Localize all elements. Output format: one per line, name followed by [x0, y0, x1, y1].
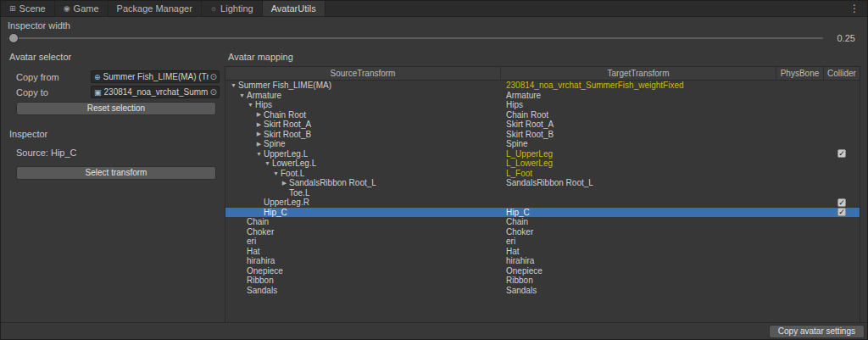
target-transform-field[interactable]: Ribbon	[501, 276, 776, 285]
select-transform-button[interactable]: Select transform	[16, 166, 216, 180]
source-transform-cell: ▼Hips	[225, 100, 501, 109]
target-transform-field[interactable]: L_Foot	[501, 169, 776, 178]
tree-row-armature[interactable]: ▼ArmatureArmature	[225, 91, 860, 101]
tab-scene[interactable]: ⊞Scene	[1, 1, 55, 16]
inspector-section: Inspector Source: Hip_C Select transform	[8, 129, 220, 180]
target-transform-field[interactable]: Hip_C	[501, 208, 776, 217]
target-transform-field[interactable]: Spine	[501, 139, 776, 148]
foldout-closed-icon[interactable]: ▶	[254, 121, 264, 128]
target-transform-field[interactable]: hirahira	[501, 256, 776, 265]
target-transform-field[interactable]: Hips	[501, 100, 776, 109]
tree-row-summer-fish-lime-ma-[interactable]: ▼Summer Fish_LIME(MA)230814_noa_vrchat_S…	[225, 81, 860, 91]
source-transform-label: Foot.L	[281, 169, 304, 178]
object-picker-icon[interactable]: ⊙	[210, 72, 217, 81]
avatar-mapping-title: Avatar mapping	[228, 52, 860, 62]
foldout-closed-icon[interactable]: ▶	[254, 141, 264, 148]
inspector-width-value[interactable]: 0.25	[823, 33, 860, 43]
tree-row-choker[interactable]: ChokerChoker	[225, 227, 860, 237]
tree-row-chain-root[interactable]: ▶Chain RootChain Root	[225, 110, 860, 120]
tree-row-lowerleg-l[interactable]: ▼LowerLeg.LL_LowerLeg	[225, 159, 860, 169]
tree-row-upperleg-l[interactable]: ▼UpperLeg.LL_UpperLeg✓	[225, 149, 860, 159]
tab-package-manager[interactable]: Package Manager	[108, 1, 202, 16]
slider-track[interactable]	[8, 37, 823, 39]
tree-row-sandals[interactable]: SandalsSandals	[225, 286, 860, 296]
tree-indent	[225, 241, 237, 242]
tree-row-hip-c[interactable]: Hip_CHip_C✓	[225, 208, 860, 218]
copy-to-row: Copy to ▣ 230814_noa_vrchat_Summ ⊙	[8, 86, 220, 98]
column-header-physbone[interactable]: PhysBone	[776, 67, 824, 80]
target-transform-field[interactable]: Hat	[501, 247, 776, 256]
source-transform-cell: ▼LowerLeg.L	[225, 159, 501, 168]
tree-row-hirahira[interactable]: hirahirahirahira	[225, 256, 860, 266]
avatar-mapping-panel: Avatar mapping SourceTransform TargetTra…	[225, 49, 860, 323]
foldout-open-icon[interactable]: ▼	[254, 151, 264, 157]
source-transform-label: SandalsRibbon Root_L	[289, 178, 376, 187]
target-transform-field[interactable]: Chain Root	[501, 110, 776, 120]
tree-row-ribbon[interactable]: RibbonRibbon	[225, 276, 860, 286]
column-header-collider[interactable]: Collider	[824, 67, 860, 80]
target-transform-field[interactable]: SandalsRibbon Root_L	[501, 178, 776, 187]
tree-row-eri[interactable]: erieri	[225, 237, 860, 247]
collider-cell[interactable]: ✓	[824, 149, 860, 158]
tree-row-upperleg-r[interactable]: UpperLeg.R✓	[225, 198, 860, 208]
collider-checkbox-checked[interactable]: ✓	[837, 208, 846, 216]
tree-row-hat[interactable]: HatHat	[225, 247, 860, 257]
collider-cell[interactable]: ✓	[824, 208, 860, 216]
source-transform-label: Onepiece	[247, 266, 283, 276]
tree-row-sandalsribbon-root-l[interactable]: ▶SandalsRibbon Root_LSandalsRibbon Root_…	[225, 178, 860, 188]
target-transform-field[interactable]: eri	[501, 237, 776, 246]
tab-avatarutils[interactable]: AvatarUtils	[263, 1, 326, 16]
copy-from-object-field[interactable]: ⊕ Summer Fish_LIME(MA) (Tr ⊙	[91, 70, 220, 83]
source-transform-cell: Hat	[225, 247, 501, 256]
tree-row-toe-l[interactable]: Toe.L	[225, 188, 860, 198]
tree-row-chain[interactable]: ChainChain	[225, 217, 860, 227]
tree-indent	[225, 270, 237, 271]
tree-row-foot-l[interactable]: ▼Foot.LL_Foot	[225, 169, 860, 179]
object-picker-icon[interactable]: ⊙	[210, 87, 217, 97]
collider-checkbox-checked[interactable]: ✓	[837, 198, 846, 207]
target-transform-field[interactable]: 230814_noa_vrchat_SummerFish_weightFixed	[501, 81, 776, 90]
target-transform-field[interactable]: Choker	[501, 227, 776, 237]
source-transform-cell: ▶Skirt Root_A	[225, 120, 501, 129]
column-header-source-transform[interactable]: SourceTransform	[225, 67, 501, 80]
foldout-open-icon[interactable]: ▼	[229, 82, 238, 88]
slider-handle[interactable]	[9, 34, 18, 42]
inspector-width-label: Inspector width	[8, 20, 860, 31]
kebab-menu-icon[interactable]: ⋮	[842, 1, 867, 16]
source-transform-cell: Chain	[225, 217, 501, 226]
tree-row-skirt-root-a[interactable]: ▶Skirt Root_ASkirt Root_A	[225, 120, 860, 130]
unity-editor-window: ⊞Scene◉GamePackage Manager☼LightingAvata…	[0, 0, 868, 340]
source-transform-cell: ▼Armature	[225, 91, 501, 100]
target-transform-field[interactable]: Skirt Root_B	[501, 130, 776, 139]
tree-row-skirt-root-b[interactable]: ▶Skirt Root_BSkirt Root_B	[225, 130, 860, 140]
target-transform-field[interactable]: Sandals	[501, 286, 776, 295]
tree-row-onepiece[interactable]: OnepieceOnepiece	[225, 266, 860, 276]
inspector-width-slider[interactable]	[8, 33, 823, 43]
foldout-closed-icon[interactable]: ▶	[254, 111, 264, 118]
foldout-open-icon[interactable]: ▼	[237, 92, 247, 98]
tab-game[interactable]: ◉Game	[55, 1, 108, 16]
foldout-closed-icon[interactable]: ▶	[254, 131, 264, 137]
copy-avatar-settings-button[interactable]: Copy avatar settings	[769, 325, 865, 338]
collider-cell[interactable]: ✓	[824, 198, 860, 207]
collider-checkbox-checked[interactable]: ✓	[837, 149, 846, 158]
foldout-closed-icon[interactable]: ▶	[280, 180, 289, 187]
tree-row-spine[interactable]: ▶SpineSpine	[225, 139, 860, 149]
target-transform-field[interactable]: Armature	[501, 91, 776, 100]
foldout-open-icon[interactable]: ▼	[263, 160, 272, 166]
tree-row-hips[interactable]: ▼HipsHips	[225, 100, 860, 110]
foldout-open-icon[interactable]: ▼	[271, 170, 281, 176]
foldout-open-icon[interactable]: ▼	[246, 102, 255, 108]
inspector-title: Inspector	[9, 129, 220, 139]
target-transform-field[interactable]: Skirt Root_A	[501, 120, 776, 129]
column-header-target-transform[interactable]: TargetTransform	[501, 67, 776, 80]
target-transform-field[interactable]: L_UpperLeg	[501, 149, 776, 159]
target-transform-field[interactable]: L_LowerLeg	[501, 159, 776, 168]
tab-lighting[interactable]: ☼Lighting	[202, 1, 263, 16]
source-transform-label: Chain	[247, 217, 269, 226]
target-transform-field[interactable]: Chain	[501, 217, 776, 226]
reset-selection-button[interactable]: Reset selection	[16, 102, 216, 115]
copy-to-object-field[interactable]: ▣ 230814_noa_vrchat_Summ ⊙	[91, 86, 220, 98]
target-transform-field[interactable]: Onepiece	[501, 266, 776, 276]
tree-indent	[225, 212, 254, 213]
